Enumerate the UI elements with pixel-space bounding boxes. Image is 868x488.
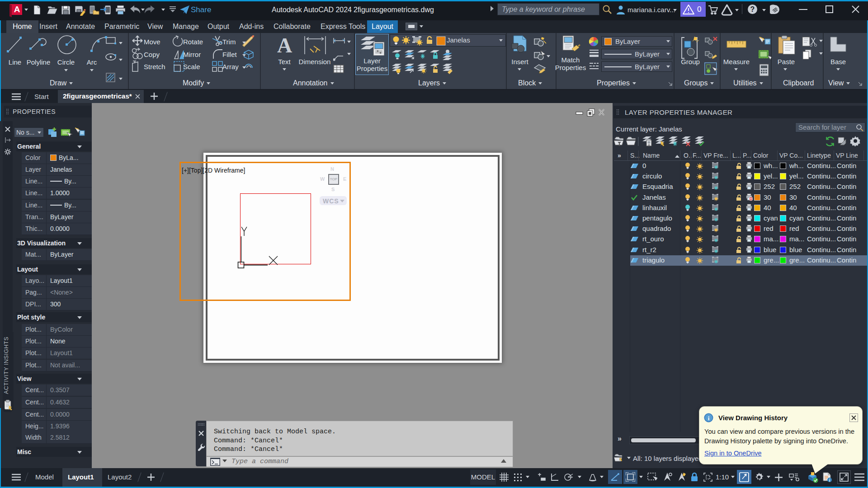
- svg-text:i: i: [708, 415, 710, 422]
- svg-text:i: i: [829, 478, 830, 483]
